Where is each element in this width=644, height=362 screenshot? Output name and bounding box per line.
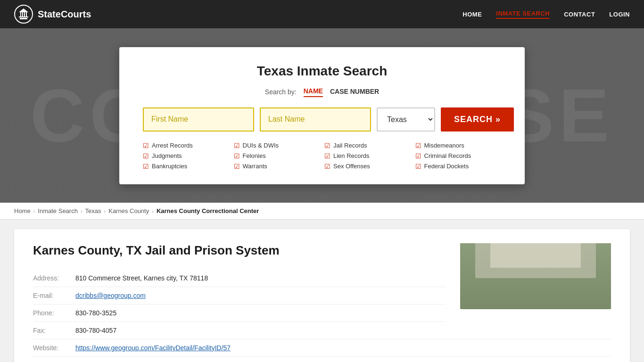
breadcrumb-texas[interactable]: Texas: [85, 207, 101, 214]
content-area: Karnes County, TX Jail and Prison System…: [0, 220, 644, 362]
svg-rect-1: [20, 18, 27, 19]
info-row-address: Address: 810 Commerce Street, Karnes cit…: [33, 270, 446, 287]
nav-login[interactable]: LOGIN: [609, 11, 630, 18]
search-by-row: Search by: NAME CASE NUMBER: [143, 87, 501, 97]
check-icon-judg: ☑: [143, 152, 149, 160]
nav-inmate-search[interactable]: INMATE SEARCH: [496, 10, 550, 19]
svg-point-0: [15, 5, 33, 23]
aerial-image-sim: [460, 243, 611, 309]
value-email[interactable]: dcribbs@geogroup.com: [75, 292, 146, 299]
facility-image: [460, 243, 611, 309]
check-icon-fed: ☑: [415, 163, 421, 170]
nav-contact[interactable]: CONTACT: [564, 11, 595, 18]
label-address: Address:: [33, 274, 75, 282]
checkbox-arrest-records: ☑ Arrest Records: [143, 142, 229, 149]
breadcrumb-sep-3: ›: [104, 208, 106, 214]
breadcrumb: Home › Inmate Search › Texas › Karnes Co…: [0, 203, 644, 220]
checkbox-bankruptcies: ☑ Bankruptcies: [143, 163, 229, 170]
logo-text: StateCourts: [38, 9, 91, 20]
label-website: Website:: [33, 344, 75, 352]
info-row-website: Website: https://www.geogroup.com/Facili…: [33, 339, 611, 357]
check-icon-duis: ☑: [234, 142, 240, 149]
breadcrumb-sep-2: ›: [81, 208, 83, 214]
last-name-input[interactable]: [260, 107, 371, 132]
info-row-phone: Phone: 830-780-3525: [33, 304, 446, 322]
site-header: StateCourts HOME INMATE SEARCH CONTACT L…: [0, 0, 644, 28]
checkbox-misdemeanors: ☑ Misdemeanors: [415, 142, 502, 149]
svg-rect-2: [19, 16, 28, 17]
checkbox-felonies: ☑ Felonies: [234, 152, 320, 160]
tab-name[interactable]: NAME: [304, 87, 323, 97]
checkbox-federal-dockets: ☑ Federal Dockets: [415, 163, 502, 170]
hero-section: COURTHOUSE Texas Inmate Search Search by…: [0, 28, 644, 203]
breadcrumb-inmate-search[interactable]: Inmate Search: [38, 207, 78, 214]
check-icon-jail: ☑: [324, 142, 330, 149]
breadcrumb-home[interactable]: Home: [14, 207, 31, 214]
label-fax: Fax:: [33, 327, 75, 334]
nav-home[interactable]: HOME: [462, 11, 482, 18]
facility-card: Karnes County, TX Jail and Prison System…: [14, 229, 630, 362]
checkbox-duis: ☑ DUIs & DWIs: [234, 142, 320, 149]
search-card: Texas Inmate Search Search by: NAME CASE…: [119, 47, 525, 184]
checkbox-warrants: ☑ Warrants: [234, 163, 320, 170]
check-icon-lien: ☑: [324, 152, 330, 160]
breadcrumb-sep-4: ›: [152, 208, 154, 214]
logo-icon: [14, 5, 33, 24]
checkbox-jail-records: ☑ Jail Records: [324, 142, 411, 149]
value-fax: 830-780-4057: [75, 327, 116, 334]
value-website[interactable]: https://www.geogroup.com/FacilityDetail/…: [75, 344, 231, 352]
search-title: Texas Inmate Search: [143, 64, 501, 79]
value-phone: 830-780-3525: [75, 309, 116, 317]
label-email: E-mail:: [33, 292, 75, 299]
svg-point-8: [23, 10, 25, 12]
search-button[interactable]: SEARCH »: [441, 107, 514, 132]
label-phone: Phone:: [33, 309, 75, 317]
check-icon-misd: ☑: [415, 142, 421, 149]
checkbox-grid: ☑ Arrest Records ☑ DUIs & DWIs ☑ Jail Re…: [143, 142, 501, 170]
state-select[interactable]: Texas Alabama Alaska Arizona Arkansas Ca…: [377, 107, 435, 132]
search-by-label: Search by:: [265, 88, 297, 96]
check-icon-crim: ☑: [415, 152, 421, 160]
check-icon-arrest: ☑: [143, 142, 149, 149]
breadcrumb-karnes-county[interactable]: Karnes County: [108, 207, 149, 214]
breadcrumb-sep-1: ›: [33, 208, 35, 214]
checkbox-criminal-records: ☑ Criminal Records: [415, 152, 502, 160]
check-icon-sex: ☑: [324, 163, 330, 170]
info-row-fax: Fax: 830-780-4057: [33, 322, 611, 339]
value-address: 810 Commerce Street, Karnes city, TX 781…: [75, 274, 208, 282]
logo[interactable]: StateCourts: [14, 5, 91, 24]
main-nav: HOME INMATE SEARCH CONTACT LOGIN: [462, 10, 630, 19]
info-row-email: E-mail: dcribbs@geogroup.com: [33, 287, 446, 304]
checkbox-lien-records: ☑ Lien Records: [324, 152, 411, 160]
checkbox-sex-offenses: ☑ Sex Offenses: [324, 163, 411, 170]
check-icon-felon: ☑: [234, 152, 240, 160]
first-name-input[interactable]: [143, 107, 254, 132]
tab-case-number[interactable]: CASE NUMBER: [330, 88, 379, 97]
checkbox-judgments: ☑ Judgments: [143, 152, 229, 160]
check-icon-bank: ☑: [143, 163, 149, 170]
breadcrumb-facility: Karnes County Correctional Center: [157, 207, 259, 214]
check-icon-warr: ☑: [234, 163, 240, 170]
search-inputs-row: Texas Alabama Alaska Arizona Arkansas Ca…: [143, 107, 501, 132]
